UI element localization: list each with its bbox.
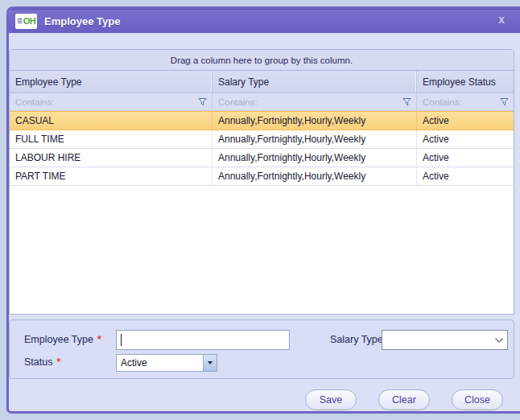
- table-row[interactable]: CASUAL Annually,Fortnightly,Hourly,Weekl…: [10, 111, 514, 130]
- filter-input-employee-status[interactable]: Contains:: [417, 93, 514, 110]
- combo-dropdown-button[interactable]: [203, 355, 217, 371]
- column-header-employee-type[interactable]: Employee Type: [10, 71, 213, 93]
- grid-empty-area: [10, 186, 514, 314]
- dialog-title: Employee Type: [44, 15, 120, 27]
- cell-employee-status: Active: [417, 130, 514, 148]
- filter-input-employee-type[interactable]: Contains:: [10, 93, 213, 110]
- status-combobox[interactable]: Active: [116, 354, 217, 372]
- filter-funnel-icon[interactable]: [402, 97, 411, 106]
- cell-salary-type: Annually,Fortnightly,Hourly,Weekly: [213, 112, 417, 130]
- group-by-hint: Drag a column here to group by this colu…: [171, 56, 353, 65]
- text-caret: [121, 334, 122, 346]
- table-row[interactable]: FULL TIME Annually,Fortnightly,Hourly,We…: [10, 130, 514, 149]
- employee-type-grid: Drag a column here to group by this colu…: [9, 49, 514, 315]
- cell-salary-type: Annually,Fortnightly,Hourly,Weekly: [213, 167, 417, 185]
- cell-employee-type: LABOUR HIRE: [10, 149, 213, 167]
- cell-salary-type: Annually,Fortnightly,Hourly,Weekly: [213, 149, 417, 167]
- salary-type-select[interactable]: [382, 330, 508, 350]
- cell-employee-type: FULL TIME: [10, 130, 213, 148]
- cell-employee-type: PART TIME: [10, 167, 213, 185]
- chevron-down-icon: [491, 337, 507, 344]
- required-asterisk: *: [56, 356, 60, 368]
- required-asterisk: *: [97, 334, 101, 345]
- save-button[interactable]: Save: [305, 389, 357, 410]
- clear-button[interactable]: Clear: [378, 389, 430, 410]
- employee-type-input[interactable]: [116, 330, 290, 350]
- filter-placeholder: Contains:: [423, 97, 500, 107]
- filter-funnel-icon[interactable]: [198, 97, 207, 106]
- grid-header-row: Employee Type Salary Type Employee Statu…: [10, 71, 514, 93]
- column-header-employee-status[interactable]: Employee Status: [417, 71, 514, 93]
- table-row[interactable]: PART TIME Annually,Fortnightly,Hourly,We…: [10, 167, 514, 186]
- status-value: Active: [117, 357, 203, 369]
- logo-bars-glyph: ≡: [17, 16, 23, 26]
- entry-form: Employee Type* Status* Active Salary Typ…: [9, 319, 514, 379]
- status-label: Status*: [24, 356, 60, 368]
- cell-employee-type: CASUAL: [10, 112, 213, 130]
- dialog-footer: Save Clear Close: [9, 379, 520, 410]
- filter-funnel-icon[interactable]: [500, 97, 509, 106]
- column-header-salary-type[interactable]: Salary Type: [213, 71, 417, 93]
- cell-salary-type: Annually,Fortnightly,Hourly,Weekly: [213, 130, 417, 148]
- grid-filter-row: Contains: Contains: Contains:: [10, 93, 514, 111]
- dropdown-arrow-icon: [208, 361, 213, 364]
- filter-input-salary-type[interactable]: Contains:: [213, 93, 417, 110]
- close-icon[interactable]: x: [498, 14, 505, 25]
- employee-type-dialog: ≡OH Employee Type x Drag a column here t…: [6, 6, 520, 414]
- filter-placeholder: Contains:: [218, 97, 402, 107]
- cell-employee-status: Active: [417, 112, 514, 130]
- table-row[interactable]: LABOUR HIRE Annually,Fortnightly,Hourly,…: [10, 149, 514, 167]
- salary-type-label: Salary Type: [330, 334, 383, 345]
- cell-employee-status: Active: [417, 149, 514, 167]
- dialog-titlebar[interactable]: ≡OH Employee Type x: [9, 9, 520, 33]
- employee-type-label: Employee Type*: [24, 334, 101, 345]
- filter-placeholder: Contains:: [15, 97, 198, 107]
- app-logo-icon: ≡OH: [15, 14, 37, 29]
- cell-employee-status: Active: [417, 167, 514, 185]
- logo-text: OH: [23, 17, 36, 26]
- close-button[interactable]: Close: [452, 389, 503, 410]
- group-by-bar[interactable]: Drag a column here to group by this colu…: [10, 50, 514, 71]
